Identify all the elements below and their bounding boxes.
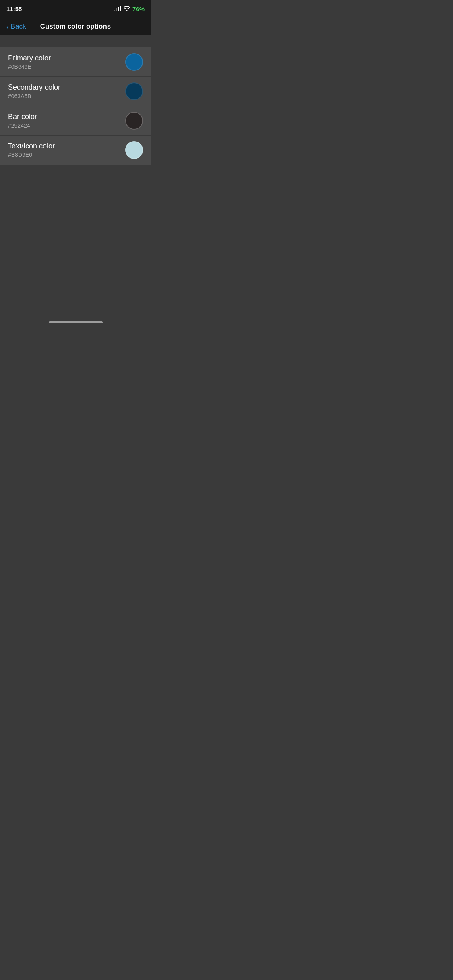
- bar-color-item[interactable]: Bar color #292424: [0, 106, 151, 136]
- status-time: 11:55: [6, 6, 22, 12]
- top-separator: [0, 35, 151, 47]
- secondary-color-swatch: [125, 82, 143, 100]
- bar-color-text: Bar color #292424: [8, 113, 37, 129]
- text-icon-color-label: Text/Icon color: [8, 142, 55, 150]
- secondary-color-text: Secondary color #063A5B: [8, 83, 60, 99]
- back-button[interactable]: ‹ Back: [6, 23, 26, 31]
- primary-color-value: #0B649E: [8, 64, 51, 70]
- chevron-left-icon: ‹: [6, 23, 9, 31]
- bar-color-value: #292424: [8, 122, 37, 129]
- text-icon-color-value: #B8D9E0: [8, 152, 55, 158]
- back-label: Back: [11, 23, 26, 31]
- primary-color-swatch: [125, 53, 143, 71]
- signal-bars-icon: [114, 6, 121, 11]
- secondary-color-value: #063A5B: [8, 93, 60, 99]
- secondary-color-label: Secondary color: [8, 83, 60, 92]
- primary-color-text: Primary color #0B649E: [8, 54, 51, 70]
- bar-color-label: Bar color: [8, 113, 37, 121]
- battery-indicator: 76%: [132, 6, 145, 12]
- home-indicator: [49, 321, 103, 323]
- bar-color-swatch: [125, 112, 143, 130]
- text-icon-color-swatch: [125, 141, 143, 159]
- text-icon-color-item[interactable]: Text/Icon color #B8D9E0: [0, 136, 151, 165]
- primary-color-item[interactable]: Primary color #0B649E: [0, 47, 151, 77]
- wifi-icon: [124, 6, 130, 12]
- status-bar: 11:55 76%: [0, 0, 151, 18]
- page-title: Custom color options: [40, 23, 111, 31]
- text-icon-color-text: Text/Icon color #B8D9E0: [8, 142, 55, 158]
- nav-bar: ‹ Back Custom color options: [0, 18, 151, 35]
- secondary-color-item[interactable]: Secondary color #063A5B: [0, 77, 151, 106]
- color-options-list: Primary color #0B649E Secondary color #0…: [0, 47, 151, 165]
- primary-color-label: Primary color: [8, 54, 51, 62]
- status-icons: 76%: [114, 6, 145, 12]
